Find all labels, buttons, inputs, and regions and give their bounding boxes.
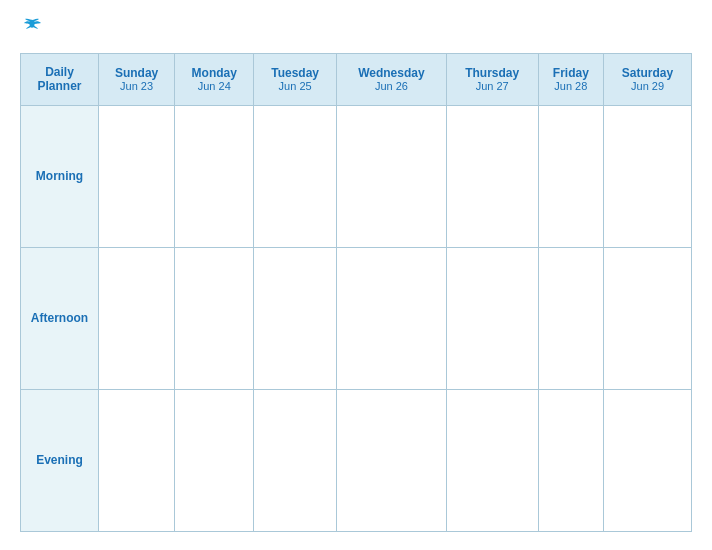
cell-evening-sunday[interactable]	[99, 389, 175, 531]
morning-label: Morning	[21, 105, 99, 247]
day-date-jun-23: Jun 23	[103, 80, 170, 92]
cell-evening-tuesday[interactable]	[254, 389, 337, 531]
logo-text	[20, 18, 44, 32]
header-row: Daily PlannerSundayJun 23MondayJun 24Tue…	[21, 53, 692, 105]
column-header-label: Daily Planner	[21, 53, 99, 105]
column-header-day-5: ThursdayJun 27	[446, 53, 538, 105]
cell-morning-tuesday[interactable]	[254, 105, 337, 247]
column-header-day-6: FridayJun 28	[538, 53, 604, 105]
cell-morning-sunday[interactable]	[99, 105, 175, 247]
morning-row: Morning	[21, 105, 692, 247]
cell-evening-saturday[interactable]	[604, 389, 692, 531]
day-date-jun-27: Jun 27	[451, 80, 534, 92]
column-header-day-7: SaturdayJun 29	[604, 53, 692, 105]
evening-row: Evening	[21, 389, 692, 531]
cell-morning-wednesday[interactable]	[336, 105, 446, 247]
cell-evening-friday[interactable]	[538, 389, 604, 531]
day-name-tuesday: Tuesday	[258, 66, 332, 80]
column-header-day-2: MondayJun 24	[175, 53, 254, 105]
cell-evening-monday[interactable]	[175, 389, 254, 531]
day-name-thursday: Thursday	[451, 66, 534, 80]
header	[20, 18, 692, 39]
cell-morning-thursday[interactable]	[446, 105, 538, 247]
page: Daily PlannerSundayJun 23MondayJun 24Tue…	[0, 0, 712, 550]
cell-afternoon-wednesday[interactable]	[336, 247, 446, 389]
cell-evening-wednesday[interactable]	[336, 389, 446, 531]
cell-afternoon-thursday[interactable]	[446, 247, 538, 389]
day-name-monday: Monday	[179, 66, 249, 80]
day-date-jun-25: Jun 25	[258, 80, 332, 92]
day-date-jun-28: Jun 28	[543, 80, 600, 92]
cell-afternoon-sunday[interactable]	[99, 247, 175, 389]
day-name-wednesday: Wednesday	[341, 66, 442, 80]
column-header-day-4: WednesdayJun 26	[336, 53, 446, 105]
day-name-sunday: Sunday	[103, 66, 170, 80]
daily-planner-header: Daily Planner	[25, 65, 94, 93]
cell-morning-saturday[interactable]	[604, 105, 692, 247]
bird-icon	[24, 18, 42, 32]
column-header-day-1: SundayJun 23	[99, 53, 175, 105]
afternoon-row: Afternoon	[21, 247, 692, 389]
day-date-jun-29: Jun 29	[608, 80, 687, 92]
cell-afternoon-saturday[interactable]	[604, 247, 692, 389]
calendar-body: MorningAfternoonEvening	[21, 105, 692, 531]
cell-afternoon-friday[interactable]	[538, 247, 604, 389]
evening-label: Evening	[21, 389, 99, 531]
day-name-friday: Friday	[543, 66, 600, 80]
day-date-jun-24: Jun 24	[179, 80, 249, 92]
calendar-table: Daily PlannerSundayJun 23MondayJun 24Tue…	[20, 53, 692, 532]
cell-morning-monday[interactable]	[175, 105, 254, 247]
afternoon-label: Afternoon	[21, 247, 99, 389]
cell-evening-thursday[interactable]	[446, 389, 538, 531]
logo-area	[20, 18, 44, 32]
cell-afternoon-monday[interactable]	[175, 247, 254, 389]
day-name-saturday: Saturday	[608, 66, 687, 80]
day-date-jun-26: Jun 26	[341, 80, 442, 92]
cell-afternoon-tuesday[interactable]	[254, 247, 337, 389]
cell-morning-friday[interactable]	[538, 105, 604, 247]
column-header-day-3: TuesdayJun 25	[254, 53, 337, 105]
